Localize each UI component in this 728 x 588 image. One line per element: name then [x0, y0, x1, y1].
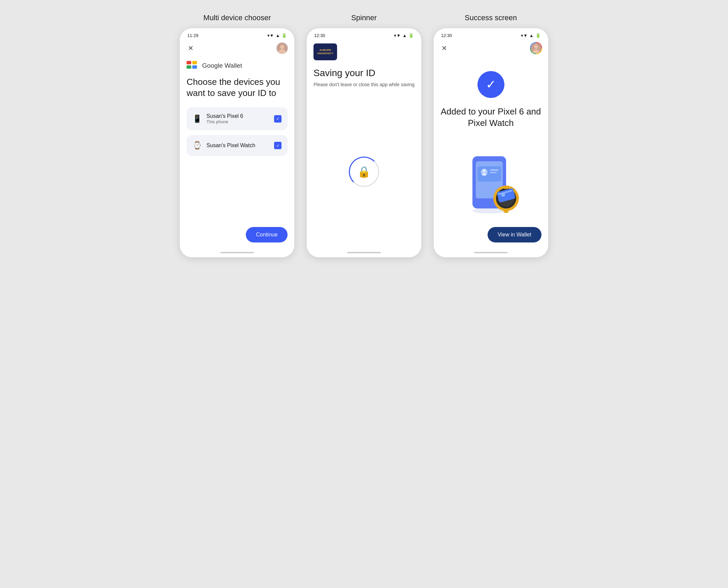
screen2-title: Spinner — [351, 14, 377, 22]
svg-point-4 — [534, 45, 538, 49]
screen3-content: ✓ Added to your Pixel 6 and Pixel Watch — [434, 58, 548, 249]
saving-title: Saving your ID — [314, 68, 414, 79]
screen2-section: Spinner 12:30 ▾▼ ▲ 🔋 AUBURNUNIVERSITY Sa… — [306, 14, 423, 257]
device-pixel6-info: Susan's Pixel 6 This phone — [207, 113, 243, 124]
screen1-title: Multi device chooser — [204, 14, 271, 22]
spinner: 🔒 — [349, 156, 379, 187]
screen2-time: 12:30 — [314, 33, 325, 38]
college-logo: AUBURNUNIVERSITY — [314, 43, 337, 60]
screen2-phone: 12:30 ▾▼ ▲ 🔋 AUBURNUNIVERSITY Saving you… — [307, 28, 421, 257]
screen3-phone: 12:30 ▾▼ ▲ 🔋 ✕ — [434, 28, 548, 257]
signal-icon2: ▲ — [402, 33, 407, 38]
svg-point-10 — [483, 169, 486, 172]
svg-rect-8 — [477, 166, 501, 182]
wallet-logo: Google Wallet — [187, 61, 287, 70]
screen3-top-bar: ✕ — [434, 40, 548, 58]
illustration — [441, 139, 541, 224]
screen3-section: Success screen 12:30 ▾▼ ▲ 🔋 ✕ — [432, 14, 549, 257]
device-pixel6-sub: This phone — [207, 119, 243, 124]
device-pixelwatch-info: Susan's Pixel Watch — [207, 143, 255, 148]
wallet-blue — [192, 65, 197, 69]
svg-point-1 — [280, 45, 284, 49]
device-pixelwatch-left: ⌚ Susan's Pixel Watch — [193, 141, 255, 150]
screen1-bottom-area: Continue — [180, 222, 294, 249]
screen2-content: AUBURNUNIVERSITY Saving your ID Please d… — [307, 40, 421, 249]
wifi-icon2: ▾▼ — [394, 33, 401, 38]
home-indicator2 — [347, 252, 381, 253]
avatar-svg — [277, 42, 287, 54]
svg-rect-21 — [504, 186, 509, 189]
continue-button[interactable]: Continue — [246, 227, 287, 243]
avatar — [276, 42, 288, 54]
device-pixel6-left: 📱 Susan's Pixel 6 This phone — [193, 113, 243, 124]
wallet-green — [187, 65, 191, 69]
screen1-status-bar: 11:29 ▾▼ ▲ 🔋 — [180, 28, 294, 40]
device-list: 📱 Susan's Pixel 6 This phone ✓ ⌚ — [187, 107, 287, 156]
avatar3-svg — [531, 43, 541, 54]
screen3-time: 12:30 — [441, 33, 452, 38]
phone-icon: 📱 — [193, 114, 202, 123]
svg-rect-12 — [490, 169, 499, 171]
choose-title: Choose the devices you want to save your… — [187, 77, 287, 98]
spinner-area: 🔒 — [314, 101, 414, 243]
home-indicator3 — [474, 252, 508, 253]
device-pixel6-checkbox[interactable]: ✓ — [274, 115, 281, 123]
svg-point-2 — [279, 49, 286, 54]
wifi-icon: ▾▼ — [267, 33, 274, 38]
device-pixelwatch-name: Susan's Pixel Watch — [207, 143, 255, 148]
device-pixelwatch-checkbox[interactable]: ✓ — [274, 142, 281, 149]
screen1-top-bar: ✕ — [180, 40, 294, 58]
wallet-red — [187, 61, 191, 64]
device-pixel6-name: Susan's Pixel 6 — [207, 113, 243, 119]
screen3-title: Success screen — [465, 14, 517, 22]
wallet-icon — [187, 61, 199, 70]
success-title: Added to your Pixel 6 and Pixel Watch — [441, 106, 541, 129]
home-indicator — [220, 252, 254, 253]
college-logo-text: AUBURNUNIVERSITY — [317, 48, 334, 56]
signal-icon3: ▲ — [529, 33, 534, 38]
screen1-phone: 11:29 ▾▼ ▲ 🔋 ✕ — [180, 28, 294, 257]
lock-icon: 🔒 — [357, 165, 371, 178]
screen1-status-icons: ▾▼ ▲ 🔋 — [267, 33, 287, 38]
svg-rect-22 — [504, 209, 509, 213]
success-icon: ✓ — [477, 71, 505, 98]
screen2-status-icons: ▾▼ ▲ 🔋 — [394, 33, 414, 38]
screen1-time: 11:29 — [187, 33, 198, 38]
watch-icon: ⌚ — [193, 141, 202, 150]
screen1-content: Google Wallet Choose the devices you wan… — [180, 58, 294, 222]
screen3-bottom: View in Wallet — [441, 224, 541, 243]
device-pixel6[interactable]: 📱 Susan's Pixel 6 This phone ✓ — [187, 107, 287, 130]
wifi-icon3: ▾▼ — [521, 33, 528, 38]
screen1-section: Multi device chooser 11:29 ▾▼ ▲ 🔋 ✕ — [179, 14, 296, 257]
screen2-status-bar: 12:30 ▾▼ ▲ 🔋 — [307, 28, 421, 40]
wallet-yellow — [192, 61, 197, 64]
svg-point-11 — [482, 173, 487, 176]
avatar-inner — [531, 43, 541, 54]
device-pixelwatch[interactable]: ⌚ Susan's Pixel Watch ✓ — [187, 135, 287, 156]
battery-icon: 🔋 — [281, 33, 287, 38]
signal-icon: ▲ — [275, 33, 280, 38]
screen3-close-button[interactable]: ✕ — [440, 43, 449, 53]
avatar-ring — [530, 42, 542, 54]
illustration-svg — [454, 149, 528, 213]
battery-icon2: 🔋 — [408, 33, 414, 38]
view-wallet-button[interactable]: View in Wallet — [488, 227, 541, 243]
wallet-name: Google Wallet — [202, 62, 242, 69]
svg-rect-13 — [490, 172, 497, 173]
close-button[interactable]: ✕ — [186, 43, 195, 53]
battery-icon3: 🔋 — [535, 33, 541, 38]
saving-sub: Please don't leave or close this app whi… — [314, 82, 414, 87]
screens-container: Multi device chooser 11:29 ▾▼ ▲ 🔋 ✕ — [179, 14, 549, 257]
screen3-status-icons: ▾▼ ▲ 🔋 — [521, 33, 541, 38]
screen3-status-bar: 12:30 ▾▼ ▲ 🔋 — [434, 28, 548, 40]
